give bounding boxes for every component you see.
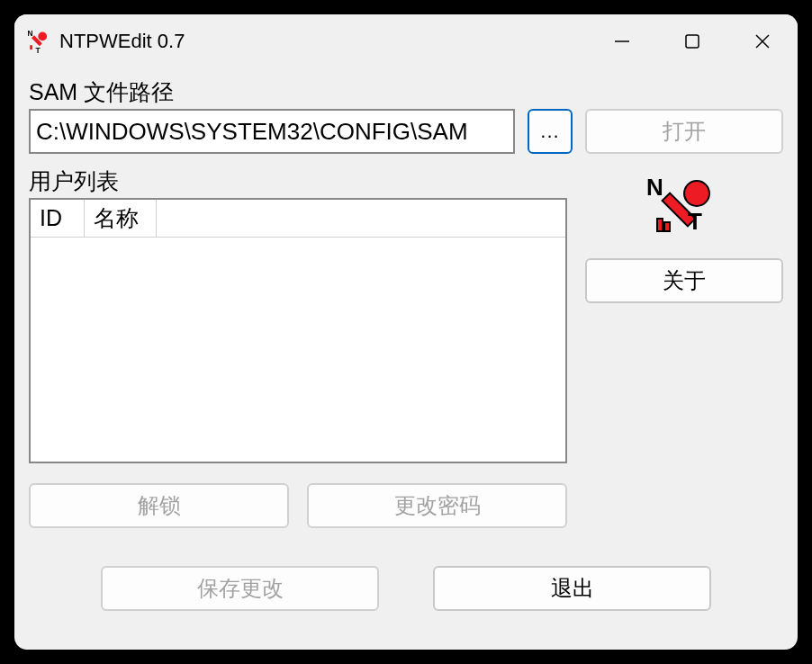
- client-area: SAM 文件路径 ... 打开 用户列表 ID 名称 解: [14, 68, 798, 625]
- right-column: N T 关于: [585, 166, 783, 528]
- save-changes-button[interactable]: 保存更改: [101, 566, 379, 611]
- listview-body[interactable]: [31, 238, 565, 462]
- user-listview[interactable]: ID 名称: [29, 198, 567, 463]
- app-window: N T NTPWEdit 0.7 SAM 文件路径 ...: [14, 14, 798, 650]
- column-header-id[interactable]: ID: [31, 200, 85, 237]
- maximize-button[interactable]: [657, 14, 727, 68]
- listview-header: ID 名称: [31, 200, 565, 238]
- path-row: ...: [29, 109, 573, 154]
- titlebar: N T NTPWEdit 0.7: [14, 14, 798, 68]
- svg-point-0: [38, 32, 47, 41]
- svg-text:T: T: [36, 46, 41, 54]
- sam-path-label: SAM 文件路径: [29, 77, 573, 107]
- svg-rect-12: [664, 222, 670, 231]
- sam-section: SAM 文件路径 ... 打开: [29, 77, 783, 154]
- svg-text:N: N: [646, 174, 663, 201]
- window-title: NTPWEdit 0.7: [59, 30, 185, 53]
- window-controls: [587, 14, 798, 68]
- sam-left: SAM 文件路径 ...: [29, 77, 573, 154]
- open-button[interactable]: 打开: [585, 109, 783, 154]
- svg-rect-11: [657, 219, 663, 231]
- minimize-button[interactable]: [587, 14, 657, 68]
- app-logo-icon: N T: [645, 174, 724, 246]
- user-action-row: 解锁 更改密码: [29, 483, 567, 528]
- main-row: 用户列表 ID 名称 解锁 更改密码: [29, 166, 783, 528]
- browse-button[interactable]: ...: [528, 109, 573, 154]
- svg-text:N: N: [27, 29, 32, 38]
- change-password-button[interactable]: 更改密码: [307, 483, 567, 528]
- about-button[interactable]: 关于: [585, 258, 783, 303]
- sam-path-input[interactable]: [29, 109, 515, 154]
- left-column: 用户列表 ID 名称 解锁 更改密码: [29, 166, 567, 528]
- app-icon: N T: [25, 28, 52, 55]
- svg-rect-6: [686, 35, 699, 48]
- svg-point-9: [684, 181, 709, 206]
- close-button[interactable]: [727, 14, 798, 68]
- exit-button[interactable]: 退出: [433, 566, 711, 611]
- userlist-label: 用户列表: [29, 166, 567, 196]
- svg-text:T: T: [688, 208, 702, 235]
- unlock-button[interactable]: 解锁: [29, 483, 289, 528]
- bottom-row: 保存更改 退出: [29, 566, 783, 611]
- svg-rect-2: [30, 45, 32, 49]
- column-header-name[interactable]: 名称: [85, 200, 157, 237]
